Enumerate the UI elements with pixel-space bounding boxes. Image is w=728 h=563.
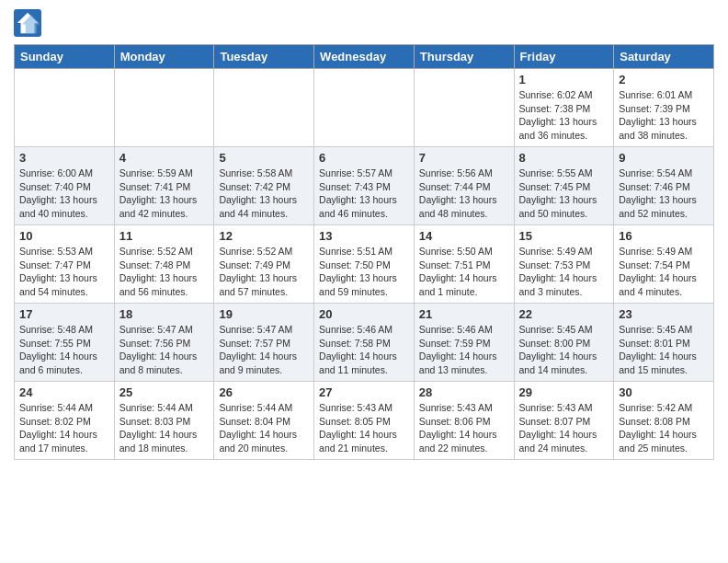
- day-number: 6: [319, 151, 409, 165]
- calendar-cell: 6Sunrise: 5:57 AM Sunset: 7:43 PM Daylig…: [314, 147, 415, 225]
- day-info: Sunrise: 5:45 AM Sunset: 8:00 PM Dayligh…: [519, 323, 609, 377]
- day-info: Sunrise: 5:44 AM Sunset: 8:02 PM Dayligh…: [19, 401, 109, 455]
- calendar-header-tuesday: Tuesday: [214, 45, 314, 69]
- calendar-cell: 11Sunrise: 5:52 AM Sunset: 7:48 PM Dayli…: [114, 225, 214, 304]
- calendar-week-row: 1Sunrise: 6:02 AM Sunset: 7:38 PM Daylig…: [15, 69, 714, 147]
- day-info: Sunrise: 5:51 AM Sunset: 7:50 PM Dayligh…: [319, 245, 409, 299]
- calendar-header-thursday: Thursday: [414, 45, 514, 69]
- day-number: 10: [19, 229, 109, 243]
- calendar-cell: 7Sunrise: 5:56 AM Sunset: 7:44 PM Daylig…: [414, 147, 514, 225]
- day-number: 1: [519, 73, 609, 86]
- day-info: Sunrise: 5:44 AM Sunset: 8:03 PM Dayligh…: [119, 401, 210, 455]
- calendar-cell: 20Sunrise: 5:46 AM Sunset: 7:58 PM Dayli…: [314, 304, 415, 382]
- day-info: Sunrise: 5:43 AM Sunset: 8:07 PM Dayligh…: [519, 401, 609, 455]
- calendar-cell: 30Sunrise: 5:42 AM Sunset: 8:08 PM Dayli…: [614, 382, 714, 460]
- calendar-cell: 16Sunrise: 5:49 AM Sunset: 7:54 PM Dayli…: [614, 225, 714, 304]
- calendar-cell: 4Sunrise: 5:59 AM Sunset: 7:41 PM Daylig…: [114, 147, 214, 225]
- day-number: 15: [519, 229, 609, 243]
- calendar-cell: 25Sunrise: 5:44 AM Sunset: 8:03 PM Dayli…: [114, 382, 214, 460]
- day-info: Sunrise: 5:47 AM Sunset: 7:57 PM Dayligh…: [219, 323, 309, 377]
- day-info: Sunrise: 5:42 AM Sunset: 8:08 PM Dayligh…: [619, 401, 709, 455]
- day-number: 24: [19, 385, 109, 399]
- day-info: Sunrise: 5:50 AM Sunset: 7:51 PM Dayligh…: [419, 245, 509, 299]
- calendar-cell: 29Sunrise: 5:43 AM Sunset: 8:07 PM Dayli…: [514, 382, 614, 460]
- day-number: 12: [219, 229, 309, 243]
- calendar-cell: 5Sunrise: 5:58 AM Sunset: 7:42 PM Daylig…: [214, 147, 314, 225]
- day-number: 18: [119, 307, 210, 321]
- day-number: 16: [619, 229, 709, 243]
- calendar-cell: 22Sunrise: 5:45 AM Sunset: 8:00 PM Dayli…: [514, 304, 614, 382]
- day-info: Sunrise: 5:54 AM Sunset: 7:46 PM Dayligh…: [619, 167, 709, 221]
- day-number: 9: [619, 151, 709, 165]
- calendar-cell: 14Sunrise: 5:50 AM Sunset: 7:51 PM Dayli…: [414, 225, 514, 304]
- calendar-cell: [314, 69, 415, 147]
- day-number: 3: [19, 151, 109, 165]
- calendar-cell: 17Sunrise: 5:48 AM Sunset: 7:55 PM Dayli…: [15, 304, 115, 382]
- day-info: Sunrise: 5:49 AM Sunset: 7:54 PM Dayligh…: [619, 245, 709, 299]
- day-number: 30: [619, 385, 709, 399]
- calendar-cell: [114, 69, 214, 147]
- day-info: Sunrise: 5:47 AM Sunset: 7:56 PM Dayligh…: [119, 323, 210, 377]
- calendar-cell: 26Sunrise: 5:44 AM Sunset: 8:04 PM Dayli…: [214, 382, 314, 460]
- page: SundayMondayTuesdayWednesdayThursdayFrid…: [0, 0, 728, 469]
- day-info: Sunrise: 5:49 AM Sunset: 7:53 PM Dayligh…: [519, 245, 609, 299]
- calendar-cell: [214, 69, 314, 147]
- calendar-header-friday: Friday: [514, 45, 614, 69]
- day-info: Sunrise: 5:57 AM Sunset: 7:43 PM Dayligh…: [319, 167, 409, 221]
- day-number: 7: [419, 151, 509, 165]
- calendar-header-saturday: Saturday: [614, 45, 714, 69]
- logo: [14, 9, 45, 37]
- day-info: Sunrise: 5:56 AM Sunset: 7:44 PM Dayligh…: [419, 167, 509, 221]
- day-number: 13: [319, 229, 409, 243]
- calendar-week-row: 24Sunrise: 5:44 AM Sunset: 8:02 PM Dayli…: [15, 382, 714, 460]
- calendar: SundayMondayTuesdayWednesdayThursdayFrid…: [14, 44, 714, 460]
- day-info: Sunrise: 5:58 AM Sunset: 7:42 PM Dayligh…: [219, 167, 309, 221]
- calendar-cell: 9Sunrise: 5:54 AM Sunset: 7:46 PM Daylig…: [614, 147, 714, 225]
- day-number: 11: [119, 229, 210, 243]
- day-number: 26: [219, 385, 309, 399]
- calendar-header-row: SundayMondayTuesdayWednesdayThursdayFrid…: [15, 45, 714, 69]
- day-info: Sunrise: 5:43 AM Sunset: 8:05 PM Dayligh…: [319, 401, 409, 455]
- calendar-cell: 8Sunrise: 5:55 AM Sunset: 7:45 PM Daylig…: [514, 147, 614, 225]
- day-number: 22: [519, 307, 609, 321]
- day-number: 20: [319, 307, 409, 321]
- day-number: 4: [119, 151, 210, 165]
- day-number: 19: [219, 307, 309, 321]
- calendar-cell: [414, 69, 514, 147]
- calendar-header-sunday: Sunday: [15, 45, 115, 69]
- day-info: Sunrise: 5:52 AM Sunset: 7:49 PM Dayligh…: [219, 245, 309, 299]
- day-info: Sunrise: 5:44 AM Sunset: 8:04 PM Dayligh…: [219, 401, 309, 455]
- day-info: Sunrise: 6:00 AM Sunset: 7:40 PM Dayligh…: [19, 167, 109, 221]
- day-info: Sunrise: 5:59 AM Sunset: 7:41 PM Dayligh…: [119, 167, 210, 221]
- calendar-week-row: 3Sunrise: 6:00 AM Sunset: 7:40 PM Daylig…: [15, 147, 714, 225]
- day-number: 23: [619, 307, 709, 321]
- calendar-header-wednesday: Wednesday: [314, 45, 415, 69]
- day-info: Sunrise: 5:48 AM Sunset: 7:55 PM Dayligh…: [19, 323, 109, 377]
- calendar-cell: 19Sunrise: 5:47 AM Sunset: 7:57 PM Dayli…: [214, 304, 314, 382]
- calendar-cell: 13Sunrise: 5:51 AM Sunset: 7:50 PM Dayli…: [314, 225, 415, 304]
- logo-icon: [14, 9, 41, 37]
- calendar-cell: 21Sunrise: 5:46 AM Sunset: 7:59 PM Dayli…: [414, 304, 514, 382]
- day-info: Sunrise: 6:01 AM Sunset: 7:39 PM Dayligh…: [619, 88, 709, 143]
- calendar-cell: 18Sunrise: 5:47 AM Sunset: 7:56 PM Dayli…: [114, 304, 214, 382]
- day-info: Sunrise: 5:53 AM Sunset: 7:47 PM Dayligh…: [19, 245, 109, 299]
- calendar-cell: 24Sunrise: 5:44 AM Sunset: 8:02 PM Dayli…: [15, 382, 115, 460]
- calendar-cell: 23Sunrise: 5:45 AM Sunset: 8:01 PM Dayli…: [614, 304, 714, 382]
- day-number: 8: [519, 151, 609, 165]
- calendar-cell: 3Sunrise: 6:00 AM Sunset: 7:40 PM Daylig…: [15, 147, 115, 225]
- calendar-cell: 28Sunrise: 5:43 AM Sunset: 8:06 PM Dayli…: [414, 382, 514, 460]
- calendar-cell: 1Sunrise: 6:02 AM Sunset: 7:38 PM Daylig…: [514, 69, 614, 147]
- day-info: Sunrise: 5:46 AM Sunset: 7:59 PM Dayligh…: [419, 323, 509, 377]
- calendar-cell: 15Sunrise: 5:49 AM Sunset: 7:53 PM Dayli…: [514, 225, 614, 304]
- day-number: 28: [419, 385, 509, 399]
- day-number: 29: [519, 385, 609, 399]
- day-number: 25: [119, 385, 210, 399]
- day-info: Sunrise: 6:02 AM Sunset: 7:38 PM Dayligh…: [519, 88, 609, 143]
- day-number: 14: [419, 229, 509, 243]
- day-number: 27: [319, 385, 409, 399]
- day-number: 21: [419, 307, 509, 321]
- day-info: Sunrise: 5:45 AM Sunset: 8:01 PM Dayligh…: [619, 323, 709, 377]
- day-number: 17: [19, 307, 109, 321]
- calendar-cell: 10Sunrise: 5:53 AM Sunset: 7:47 PM Dayli…: [15, 225, 115, 304]
- day-number: 2: [619, 73, 709, 86]
